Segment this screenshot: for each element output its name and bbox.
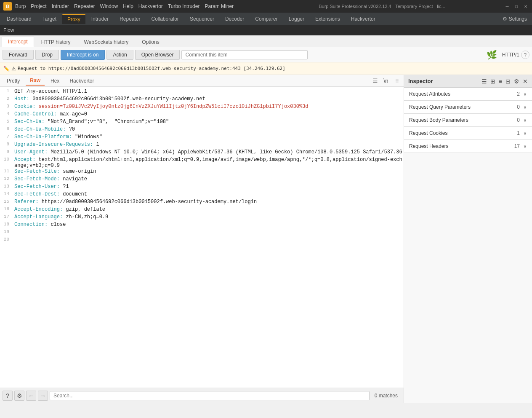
url-text: Request to https://0ad8000304564692c066d… [18, 66, 285, 71]
tab-intruder[interactable]: Intruder [86, 14, 114, 24]
flow-label[interactable]: Flow [3, 27, 14, 33]
editor-tab-pretty[interactable]: Pretty [3, 77, 24, 85]
back-button[interactable]: ← [26, 391, 36, 401]
url-bar: ✏️ ⚠ Request to https://0ad8000304564692… [0, 62, 532, 75]
menu-project[interactable]: Project [31, 3, 46, 9]
table-row: 11 Sec-Fetch-Site: same-origin [0, 169, 404, 176]
inspector-close-icon[interactable]: ✕ [523, 78, 528, 85]
tab-sequencer[interactable]: Sequencer [185, 14, 219, 24]
menu-intruder[interactable]: Intruder [52, 3, 69, 9]
table-row: 14 Sec-Fetch-Dest: document [0, 191, 404, 199]
tab-comparer[interactable]: Comparer [250, 14, 282, 24]
inspector-cookies-label: Request Cookies [409, 130, 517, 136]
comment-input[interactable] [181, 50, 308, 59]
search-input[interactable] [50, 391, 370, 400]
inspector-request-attributes[interactable]: Request Attributes 2 ∨ [404, 88, 532, 101]
settings-bottom-icon[interactable]: ⚙ [14, 391, 24, 401]
menu-window[interactable]: Window [100, 3, 118, 9]
nav-tabs: Dashboard Target Proxy Intruder Repeater… [0, 13, 532, 25]
editor-icons: ☰ \n ≡ [371, 77, 401, 85]
subtab-http-history[interactable]: HTTP history [35, 37, 77, 47]
table-row: 1 GET /my-account HTTP/1.1 [0, 88, 404, 96]
tab-decoder[interactable]: Decoder [220, 14, 249, 24]
subtab-options[interactable]: Options [136, 37, 165, 47]
inspector-query-params-count: 0 [517, 104, 520, 110]
editor-tab-hackvertor[interactable]: Hackvertor [65, 77, 98, 85]
inspector-list-icon[interactable]: ☰ [481, 78, 487, 85]
code-area[interactable]: 1 GET /my-account HTTP/1.1 2 Host: 0ad80… [0, 87, 404, 388]
more-options-icon[interactable]: ≡ [393, 77, 401, 85]
edit-icon: ✏️ [3, 66, 10, 72]
inspector-attributes-label: Request Attributes [409, 91, 517, 97]
inspector-query-params-label: Request Query Parameters [409, 104, 517, 110]
inspector-cookies[interactable]: Request Cookies 1 ∨ [404, 127, 532, 140]
intercept-toggle-button[interactable]: Intercept is on [61, 50, 105, 60]
inspector-headers[interactable]: Request Headers 17 ∨ [404, 140, 532, 153]
flow-row: Flow [0, 25, 532, 35]
inspector-cookies-count: 1 [517, 130, 520, 136]
table-row: 18 Connection: close [0, 222, 404, 229]
hackvertor-icon-button: 🌿 [487, 50, 497, 60]
http-version-label: HTTP/1 [502, 52, 519, 58]
table-row: 12 Sec-Fetch-Mode: navigate [0, 176, 404, 184]
menu-help[interactable]: Help [123, 3, 133, 9]
table-row: 17 Accept-Language: zh-CN,zh;q=0.9 [0, 214, 404, 222]
app-title: Burp Suite Professional v2022.12.4 - Tem… [260, 4, 504, 9]
tab-extensions[interactable]: Extensions [310, 14, 345, 24]
menu-burp[interactable]: Burp [15, 3, 26, 9]
tab-proxy[interactable]: Proxy [62, 14, 85, 24]
menu-turbo-intruder[interactable]: Turbo Intruder [168, 3, 200, 9]
window-controls: ─ □ ✕ [504, 3, 529, 9]
action-button[interactable]: Action [106, 50, 133, 60]
newlines-icon[interactable]: \n [382, 77, 390, 85]
inspector-query-params[interactable]: Request Query Parameters 0 ∨ [404, 101, 532, 114]
table-row: 16 Accept-Encoding: gzip, deflate [0, 206, 404, 214]
table-row: 7 Sec-Ch-Ua-Platform: "Windows" [0, 134, 404, 142]
sub-tabs: Intercept HTTP history WebSockets histor… [0, 35, 532, 47]
editor-tab-hex[interactable]: Hex [46, 77, 64, 85]
close-button[interactable]: ✕ [523, 3, 529, 9]
tab-repeater[interactable]: Repeater [114, 14, 145, 24]
subtab-intercept[interactable]: Intercept [2, 37, 34, 47]
help-bottom-icon[interactable]: ? [3, 391, 13, 401]
table-row: 10 Accept: text/html,application/xhtml+x… [0, 157, 404, 169]
editor-tab-raw[interactable]: Raw [26, 76, 45, 86]
minimize-button[interactable]: ─ [504, 3, 510, 9]
title-bar: B Burp Project Intruder Repeater Window … [0, 0, 532, 13]
settings-button[interactable]: ⚙ Settings [499, 14, 530, 24]
lock-icon: ⚠ [11, 66, 16, 72]
menu-bar: Burp Project Intruder Repeater Window He… [15, 3, 260, 9]
chevron-down-icon-3: ∨ [523, 117, 527, 123]
menu-hackvertor[interactable]: Hackvertor [138, 3, 163, 9]
table-row: 4 Cache-Control: max-age=0 [0, 111, 404, 119]
inspector-align-icon[interactable]: ≡ [499, 78, 502, 85]
main-area: Pretty Raw Hex Hackvertor ☰ \n ≡ 1 GET /… [0, 75, 532, 403]
table-row: 3 Cookie: session=Tz00iJVc2VyIjoy0ntz0jg… [0, 104, 404, 111]
inspector-body-params[interactable]: Request Body Parameters 0 ∨ [404, 114, 532, 127]
tab-target[interactable]: Target [37, 14, 61, 24]
forward-nav-button[interactable]: → [38, 391, 48, 401]
inspector-attributes-count: 2 [517, 91, 520, 97]
chevron-down-icon: ∨ [523, 91, 527, 97]
maximize-button[interactable]: □ [513, 3, 519, 9]
subtab-websockets-history[interactable]: WebSockets history [78, 37, 135, 47]
menu-repeater[interactable]: Repeater [74, 3, 95, 9]
inspector-collapse-icon[interactable]: ⊟ [505, 78, 511, 85]
table-row: 8 Upgrade-Insecure-Requests: 1 [0, 142, 404, 149]
tab-logger[interactable]: Logger [284, 14, 309, 24]
tab-hackvertor[interactable]: Hackvertor [346, 14, 380, 24]
tab-collaborator[interactable]: Collaborator [146, 14, 184, 24]
inspector-columns-icon[interactable]: ⊞ [490, 78, 495, 85]
matches-count: 0 matches [371, 393, 401, 399]
open-browser-button[interactable]: Open Browser [135, 50, 180, 60]
forward-button[interactable]: Forward [3, 50, 34, 60]
tab-dashboard[interactable]: Dashboard [2, 14, 37, 24]
format-icon[interactable]: ☰ [371, 77, 379, 85]
inspector-headers-label: Request Headers [409, 143, 514, 149]
menu-param-miner[interactable]: Param Miner [205, 3, 234, 9]
inspector-header: Inspector ☰ ⊞ ≡ ⊟ ⚙ ✕ [404, 75, 532, 88]
inspector-settings-icon[interactable]: ⚙ [514, 78, 519, 85]
help-icon-button[interactable]: ? [521, 51, 529, 59]
drop-button[interactable]: Drop [35, 50, 59, 60]
intercept-toolbar: Forward Drop Intercept is on Action Open… [0, 47, 532, 62]
